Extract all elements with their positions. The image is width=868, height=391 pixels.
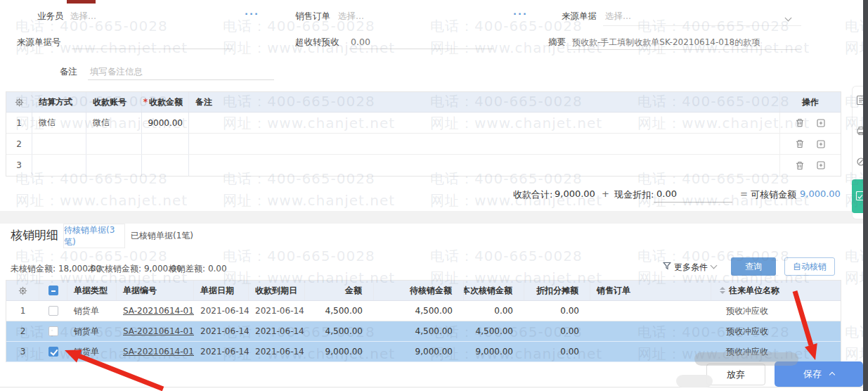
footer-divider [0,387,863,387]
sales-order-more-icon[interactable]: ··· [513,8,528,19]
plus-sign: + [602,188,609,199]
salesperson-more-icon[interactable]: ··· [245,8,259,19]
current-writeoff-cell[interactable]: 4,500.00 [464,321,524,341]
cash-discount-label: 现金折扣: [614,188,654,201]
summary-value[interactable]: 预收款-手工填制收款单SK-20210614-018的款项 [572,37,760,49]
remark-cell[interactable] [189,113,779,133]
current-writeoff-cell[interactable]: 9,000.00 [464,342,524,361]
amount-cell[interactable]: 9000.00 [142,113,189,133]
writeoff-title: 核销明细 [11,227,58,243]
tab-written-off-docs[interactable]: 已核销单据(1笔) [131,224,193,248]
source-doc-select[interactable]: 选择... [605,11,631,23]
available-amount-value: 9,000.00 [800,188,841,199]
remark-label: 备注 [60,66,77,78]
gear-icon[interactable] [18,286,27,295]
col-amount: 金额 [305,281,374,300]
row-checkbox[interactable] [48,306,58,316]
insert-row-icon[interactable] [817,161,825,169]
col-account: 收款账号 [86,92,142,112]
delete-row-icon[interactable] [796,161,804,170]
stat-current: 本次核销金额: 9,000.00 [88,263,181,275]
section-divider-band [0,211,863,224]
source-doc-label: 来源单据 [562,11,597,23]
doc-no-link[interactable]: SA-20210614-018 [123,347,194,357]
writeoff-row[interactable]: 2 销货单 SA-20210614-016 2021-06-14 2021-06… [6,321,841,342]
col-current: 本次核销金额 [464,281,524,300]
chevron-down-icon[interactable] [785,15,792,22]
payment-row: 1 微信 微信 9000.00 [6,113,841,134]
remark-input[interactable]: 填写备注信息 [90,66,143,78]
watermark-phone: 电话：400-665-0028 [430,17,583,36]
cash-discount-value[interactable]: 0.00 [656,188,677,199]
sales-order-select[interactable]: 选择... [338,11,364,23]
auto-writeoff-button[interactable]: 自动核销 [784,257,835,276]
col-actions: 操作 [779,92,841,112]
payment-row: 3 [6,155,841,176]
current-writeoff-cell[interactable]: 0.00 [464,301,524,321]
tab-pending-docs[interactable]: 待核销单据(3笔) [63,224,125,248]
col-pending: 待核销金额 [374,281,464,300]
row-checkbox[interactable] [48,326,58,336]
remark-cell[interactable] [189,155,779,176]
receipt-writeoff-page: 业务员 选择... ··· 销售订单 选择... ··· 来源单据 选择... … [0,0,868,391]
writeoff-row[interactable]: 1 销货单 SA-20210614-017 2021-06-14 2021-06… [6,301,841,321]
overflow-value[interactable]: 0.00 [351,37,370,47]
save-button-label: 保存 [803,368,822,379]
select-all-checkbox[interactable] [48,286,58,295]
settlement-cell[interactable]: 微信 [32,113,86,133]
doc-no-link[interactable]: SA-20210614-017 [123,306,194,316]
sort-icon[interactable] [720,287,725,294]
insert-row-icon[interactable] [817,140,825,148]
window-edge-bar [863,0,868,391]
col-sales-order: 销售订单 [590,281,711,300]
delete-row-icon[interactable] [796,118,804,127]
row-checkbox[interactable] [48,347,58,357]
salesperson-select[interactable]: 选择... [70,11,96,23]
salesperson-label: 业务员 [37,11,64,23]
received-total-value: 9,000.00 [555,188,595,199]
payment-table: 结算方式 收款账号 *收款金额 备注 操作 1 微信 微信 9000.00 [6,91,841,177]
payment-table-header: 结算方式 收款账号 *收款金额 备注 操作 [6,92,841,113]
settlement-cell[interactable] [32,155,86,176]
writeoff-table: 单据类型 单据编号 单据日期 收款到期日 金额 待核销金额 本次核销金额 折扣分… [6,280,841,362]
gear-icon[interactable] [15,98,24,107]
source-doc-no-label: 来源单据号 [17,37,61,49]
more-filters-toggle[interactable]: 更多条件 [674,262,708,274]
watermark-phone: 电话：400-665-0028 [637,17,790,36]
received-total-label: 收款合计: [513,188,552,201]
watermark-url: 网址：www.chanjet.net [223,191,395,210]
col-discount-share: 折扣分摊额 [524,281,590,300]
account-cell[interactable] [86,134,142,154]
tab-label: 待核销单据(3笔) [64,224,124,248]
smudge-artifact [676,375,713,387]
filter-funnel-icon[interactable] [663,262,671,270]
overflow-underline [349,49,493,49]
col-amount: *收款金额 [142,92,189,112]
settlement-cell[interactable] [32,134,86,154]
insert-row-icon[interactable] [817,119,825,127]
cash-discount-input[interactable] [654,202,732,203]
top-red-fragment [67,0,96,4]
amount-cell[interactable] [142,134,189,154]
account-cell[interactable] [86,155,142,176]
source-doc-underline [603,25,801,26]
available-amount-label: 可核销金额 [751,188,796,201]
col-partner: 往来单位名称 [711,281,841,300]
doc-no-link[interactable]: SA-20210614-016 [123,326,194,336]
summary-label: 摘要 [548,37,566,49]
equals-sign: = [740,188,748,199]
tab-label: 已核销单据(1笔) [131,230,193,242]
cancel-button[interactable]: 放弃 [706,364,765,385]
source-doc-no-input[interactable] [72,49,232,49]
remark-cell[interactable] [189,134,779,154]
payment-row: 2 [6,134,841,155]
chevron-down-icon[interactable] [711,262,718,269]
remark-underline [88,79,274,80]
smudge-artifact [694,352,798,366]
amount-cell[interactable] [142,155,189,176]
query-button[interactable]: 查询 [731,257,776,276]
col-settlement: 结算方式 [32,92,86,112]
account-cell[interactable]: 微信 [86,113,142,133]
col-remark: 备注 [189,92,779,112]
delete-row-icon[interactable] [796,139,804,148]
